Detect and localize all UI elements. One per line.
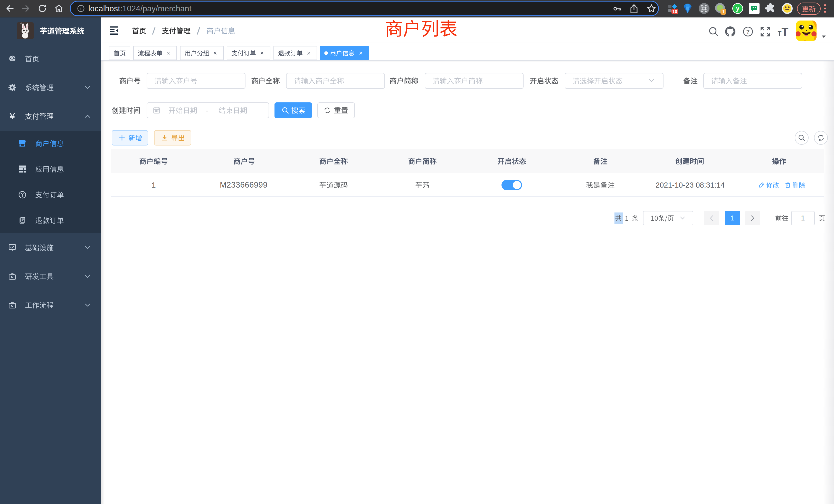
svg-text:T: T: [782, 25, 789, 38]
svg-text:y: y: [736, 5, 740, 12]
svg-text:10: 10: [673, 9, 677, 14]
svg-text:T: T: [778, 30, 782, 37]
svg-text:?: ?: [746, 28, 749, 35]
svg-text:1: 1: [722, 9, 724, 14]
